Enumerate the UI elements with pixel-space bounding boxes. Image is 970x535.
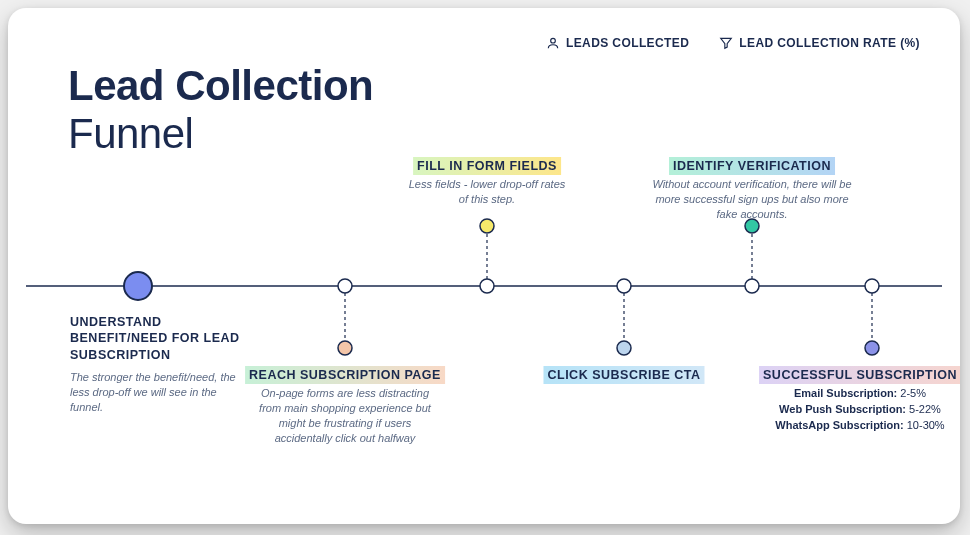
- svg-point-11: [745, 279, 759, 293]
- svg-point-4: [338, 341, 352, 355]
- step-2-desc: On-page forms are less distracting from …: [255, 386, 435, 445]
- step-3-label: FILL IN FORM FIELDS: [413, 157, 561, 175]
- step-1-desc: The stronger the benefit/need, the less …: [70, 370, 240, 415]
- diagram-card: LEADS COLLECTED LEAD COLLECTION RATE (%)…: [8, 8, 960, 524]
- step-2-label: REACH SUBSCRIPTION PAGE: [245, 366, 445, 384]
- step-6-label: SUCCESSFUL SUBSCRIPTION: [759, 366, 960, 384]
- step-5-label: IDENTIFY VERIFICATION: [669, 157, 835, 175]
- svg-point-14: [865, 279, 879, 293]
- step-4-label: CLICK SUBSCRIBE CTA: [543, 366, 704, 384]
- timeline-svg: [8, 8, 960, 524]
- svg-point-8: [617, 279, 631, 293]
- step-3-desc: Less fields - lower drop-off rates of th…: [407, 177, 567, 207]
- svg-point-5: [480, 279, 494, 293]
- node-start: [124, 272, 152, 300]
- step-6-benchmarks: Email Subscription: 2-5% Web Push Subscr…: [760, 386, 960, 434]
- svg-point-16: [865, 341, 879, 355]
- svg-point-2: [338, 279, 352, 293]
- svg-point-10: [617, 341, 631, 355]
- step-5-desc: Without account verification, there will…: [652, 177, 852, 222]
- step-1-label: UNDERSTAND BENEFIT/NEED FOR LEAD SUBSCRI…: [70, 314, 240, 363]
- svg-point-7: [480, 219, 494, 233]
